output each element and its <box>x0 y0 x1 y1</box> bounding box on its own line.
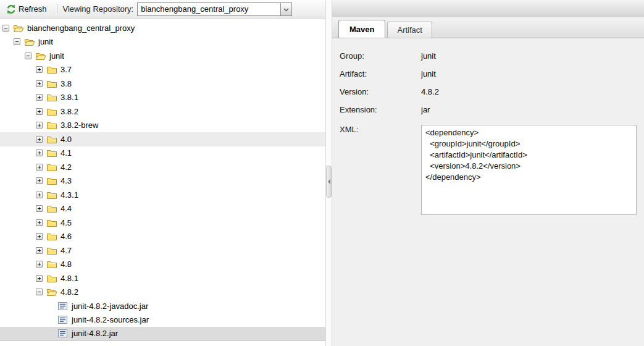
expand-plus-icon[interactable] <box>36 247 46 254</box>
tree-node-label: 4.8.2 <box>59 287 80 297</box>
tree-node[interactable]: junit <box>0 35 325 49</box>
tree-node[interactable]: junit-4.8.2-sources.jar <box>0 313 325 327</box>
tree-node-label: 4.6 <box>59 232 73 241</box>
tree-node[interactable]: 4.3 <box>0 174 325 188</box>
folder-closed-icon <box>46 204 59 213</box>
tree-node[interactable]: 3.8 <box>0 77 325 91</box>
maven-tab-content: Group:junitArtifact:junitVersion:4.8.2Ex… <box>332 38 644 346</box>
repository-tree: bianchengbang_central_proxyjunitjunit3.7… <box>0 19 325 346</box>
tree-node[interactable]: 4.0 <box>0 132 325 146</box>
expand-plus-icon[interactable] <box>36 275 46 282</box>
tree-node-label: 4.3.1 <box>59 190 80 200</box>
tree-node-label: junit-4.8.2.jar <box>70 329 119 338</box>
tree-node-label: 3.7 <box>59 65 73 74</box>
tree-node[interactable]: 4.8 <box>0 258 325 272</box>
splitter-collapse-handle[interactable] <box>326 166 332 198</box>
tree-node[interactable]: junit <box>0 49 325 63</box>
expand-plus-icon[interactable] <box>36 136 46 143</box>
refresh-button-label: Refresh <box>19 4 47 14</box>
tree-node-label: bianchengbang_central_proxy <box>26 23 136 33</box>
tree-node[interactable]: bianchengbang_central_proxy <box>0 21 325 35</box>
tree-node-label: 4.0 <box>59 135 73 144</box>
tree-node[interactable]: 3.8.1 <box>0 91 325 105</box>
field-value: junit <box>421 51 436 61</box>
folder-closed-icon <box>46 274 59 283</box>
collapse-minus-icon[interactable] <box>25 53 35 59</box>
tree-node[interactable]: junit-4.8.2.jar <box>0 327 325 341</box>
tree-node[interactable]: 4.8.1 <box>0 271 325 285</box>
folder-closed-icon <box>46 218 59 227</box>
collapse-left-icon <box>328 179 330 184</box>
expand-plus-icon[interactable] <box>36 233 46 240</box>
xml-dependency-textarea[interactable]: <dependency> <groupId>junit</groupId> <a… <box>421 125 637 215</box>
tree-node-label: junit <box>37 37 54 46</box>
folder-closed-icon <box>46 176 59 185</box>
expand-plus-icon[interactable] <box>36 192 46 198</box>
tree-node[interactable]: 4.5 <box>0 216 325 230</box>
expand-plus-icon[interactable] <box>36 108 46 115</box>
tab-artifact[interactable]: Artifact <box>387 22 432 38</box>
refresh-button[interactable]: Refresh <box>4 3 49 15</box>
folder-closed-icon <box>46 65 59 74</box>
expand-plus-icon[interactable] <box>36 164 46 171</box>
detail-tabs: MavenArtifact <box>332 17 644 38</box>
tree-node[interactable]: junit-4.8.2-javadoc.jar <box>0 299 325 313</box>
tree-node[interactable]: 3.7 <box>0 63 325 77</box>
tree-node-label: 3.8.1 <box>59 93 80 102</box>
tree-node[interactable]: 4.7 <box>0 243 325 258</box>
artifact-detail-panel: MavenArtifact Group:junitArtifact:junitV… <box>332 0 644 346</box>
tree-node[interactable]: 4.2 <box>0 160 325 174</box>
repository-tree-panel: Refresh Viewing Repository: bianchengban… <box>0 0 326 346</box>
tree-node-label: 4.3 <box>59 176 73 185</box>
collapse-minus-icon[interactable] <box>14 38 24 45</box>
expand-plus-icon[interactable] <box>36 80 46 87</box>
expand-plus-icon[interactable] <box>36 205 46 212</box>
folder-closed-icon <box>46 120 59 130</box>
expand-plus-icon[interactable] <box>36 94 46 101</box>
tree-node-label: 3.8 <box>59 79 73 88</box>
tree-node[interactable]: 4.1 <box>0 146 325 161</box>
tree-node[interactable]: 3.8.2-brew <box>0 119 325 133</box>
tree-node[interactable]: 3.8.2 <box>0 104 325 119</box>
field-row: Artifact:junit <box>340 69 644 78</box>
tree-node-label: 3.8.2 <box>59 107 80 116</box>
folder-closed-icon <box>46 260 59 269</box>
tree-node-label: 4.4 <box>59 204 73 213</box>
repository-combobox-trigger[interactable] <box>280 2 292 16</box>
field-label: Group: <box>340 51 421 61</box>
tab-maven[interactable]: Maven <box>338 20 385 38</box>
expand-plus-icon[interactable] <box>36 150 46 156</box>
panel-splitter[interactable] <box>326 0 332 346</box>
field-value: jar <box>421 105 430 114</box>
maven-fields: Group:junitArtifact:junitVersion:4.8.2Ex… <box>340 51 644 114</box>
tree-node[interactable]: 4.4 <box>0 202 325 216</box>
folder-closed-icon <box>46 148 59 158</box>
field-label: Extension: <box>340 105 421 114</box>
expand-plus-icon[interactable] <box>36 219 46 226</box>
toolbar-separator <box>57 4 57 14</box>
tree-node-label: junit-4.8.2-sources.jar <box>70 315 150 324</box>
folder-open-icon <box>13 23 26 33</box>
field-row: Group:junit <box>340 51 644 61</box>
folder-open-icon <box>24 37 37 46</box>
repository-browser-window: Refresh Viewing Repository: bianchengban… <box>0 0 644 346</box>
field-label: Version: <box>340 87 421 96</box>
tree-node[interactable]: 4.8.2 <box>0 285 325 300</box>
tree-node-label: 3.8.2-brew <box>59 120 99 130</box>
tree-node[interactable]: 4.3.1 <box>0 188 325 202</box>
repository-combobox-input[interactable] <box>137 2 280 16</box>
collapse-minus-icon[interactable] <box>2 25 13 32</box>
jar-file-icon <box>57 302 70 311</box>
collapse-minus-icon[interactable] <box>36 289 46 295</box>
folder-closed-icon <box>46 162 59 172</box>
field-row: Version:4.8.2 <box>340 87 644 96</box>
field-value: 4.8.2 <box>421 87 439 96</box>
expand-plus-icon[interactable] <box>36 66 46 73</box>
expand-plus-icon[interactable] <box>36 177 46 184</box>
jar-file-icon <box>57 315 70 324</box>
folder-closed-icon <box>46 135 59 144</box>
tree-node[interactable]: 4.6 <box>0 230 325 244</box>
expand-plus-icon[interactable] <box>36 261 46 268</box>
expand-plus-icon[interactable] <box>36 122 46 129</box>
jar-file-icon <box>57 329 70 338</box>
